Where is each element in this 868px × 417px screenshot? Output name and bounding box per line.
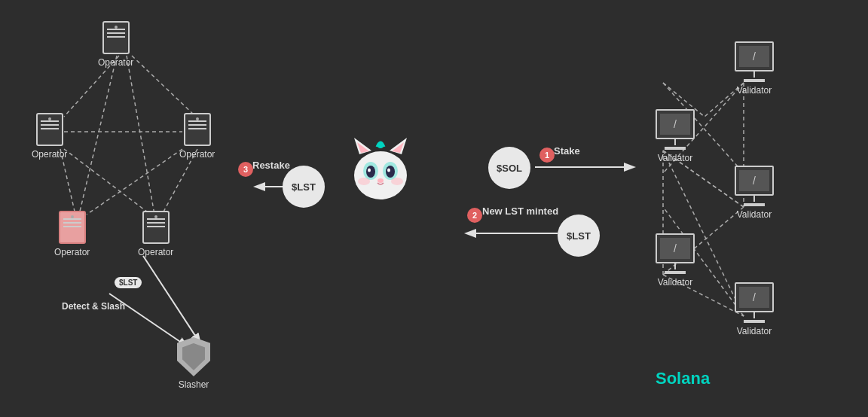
solana-label: Solana bbox=[656, 369, 710, 388]
svg-line-3 bbox=[132, 56, 196, 117]
monitor-screen bbox=[739, 46, 769, 67]
validator-5: Validator bbox=[735, 282, 774, 336]
server-box bbox=[184, 113, 211, 146]
validator-4: Validator bbox=[656, 233, 695, 288]
operator-bot-right: Operator bbox=[138, 211, 173, 257]
monitor-base bbox=[665, 147, 686, 150]
monitor-screen bbox=[739, 170, 769, 191]
monitor-base bbox=[744, 203, 765, 206]
detect-slash-label: Detect & Slash bbox=[62, 301, 125, 313]
svg-line-27 bbox=[143, 256, 200, 342]
server-box bbox=[142, 211, 170, 244]
svg-point-40 bbox=[358, 178, 370, 185]
operator-bot-left: Operator bbox=[54, 211, 90, 257]
server-box-pink bbox=[59, 211, 86, 244]
monitor-base bbox=[744, 79, 765, 82]
operator-top: Operator bbox=[98, 21, 133, 68]
step-3-badge: 3 bbox=[238, 162, 253, 177]
svg-point-41 bbox=[391, 178, 403, 185]
monitor-box bbox=[735, 41, 774, 72]
monitor-box bbox=[735, 282, 774, 312]
operator-mid-right: Operator bbox=[179, 113, 215, 160]
svg-point-42 bbox=[377, 142, 384, 148]
server-box bbox=[36, 113, 63, 146]
validator-4-label: Validator bbox=[658, 277, 692, 288]
validator-2: Validator bbox=[656, 109, 695, 163]
svg-point-28 bbox=[354, 151, 407, 199]
validator-2-label: Validator bbox=[658, 153, 692, 163]
lst-right-token: $LST bbox=[558, 215, 600, 257]
validator-3-label: Validator bbox=[737, 209, 772, 220]
svg-point-38 bbox=[387, 169, 390, 172]
slasher-label: Slasher bbox=[179, 379, 209, 390]
validator-1-label: Validator bbox=[737, 85, 772, 96]
shield-inner bbox=[182, 343, 205, 370]
validator-1: Validator bbox=[735, 41, 774, 96]
monitor-screen bbox=[660, 238, 690, 259]
restake-label: Restake bbox=[252, 160, 290, 171]
svg-point-37 bbox=[368, 169, 371, 172]
monitor-base bbox=[665, 271, 686, 274]
diagram-container: Operator Operator Operator Operator Oper… bbox=[0, 0, 868, 417]
operator-bot-left-label: Operator bbox=[54, 247, 90, 257]
stake-label: Stake bbox=[554, 145, 580, 157]
new-lst-label: New LST minted bbox=[482, 205, 558, 217]
step-1-badge: 1 bbox=[539, 148, 555, 163]
svg-line-8 bbox=[87, 149, 182, 215]
validator-3: Validator bbox=[735, 166, 774, 220]
mascot bbox=[343, 132, 418, 207]
monitor-box bbox=[656, 109, 695, 139]
monitor-screen bbox=[660, 114, 690, 135]
operator-mid-right-label: Operator bbox=[179, 149, 215, 160]
monitor-box bbox=[656, 233, 695, 263]
lst-left-token: $LST bbox=[283, 166, 325, 208]
mascot-svg bbox=[343, 132, 418, 207]
operator-bot-right-label: Operator bbox=[138, 247, 173, 257]
svg-line-5 bbox=[79, 56, 117, 215]
svg-point-39 bbox=[377, 178, 384, 183]
lst-slasher-badge: $LST bbox=[115, 277, 142, 288]
operator-mid-left: Operator bbox=[32, 113, 67, 160]
server-box bbox=[102, 21, 130, 54]
monitor-box bbox=[735, 166, 774, 196]
monitor-screen bbox=[739, 287, 769, 308]
sol-token: $SOL bbox=[488, 147, 530, 189]
shield-shape bbox=[177, 337, 210, 376]
svg-point-35 bbox=[366, 166, 375, 178]
svg-line-6 bbox=[127, 56, 154, 215]
svg-line-7 bbox=[64, 149, 151, 215]
operator-mid-left-label: Operator bbox=[32, 149, 67, 160]
svg-point-36 bbox=[386, 166, 395, 178]
operator-top-label: Operator bbox=[98, 57, 133, 68]
monitor-base bbox=[744, 320, 765, 323]
step-2-badge: 2 bbox=[467, 208, 482, 223]
validator-5-label: Validator bbox=[737, 326, 772, 336]
slasher-icon: Slasher bbox=[177, 337, 210, 390]
